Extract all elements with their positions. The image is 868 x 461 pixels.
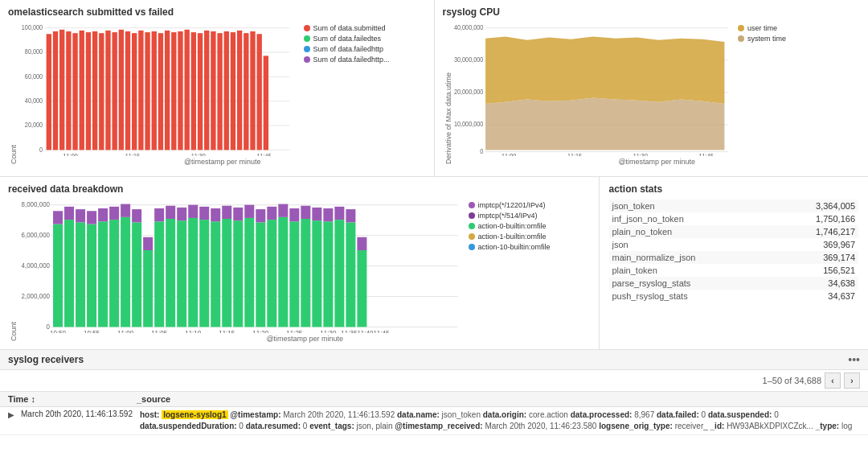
svg-text:2,000,000: 2,000,000	[21, 291, 50, 299]
stats-name: plain_no_token	[609, 225, 775, 238]
submitted-failed-chart-legend: 100,000 80,000 60,000 40,000 20,000 0	[19, 21, 426, 156]
submitted-failed-svg: 100,000 80,000 60,000 40,000 20,000 0	[19, 21, 297, 156]
svg-text:40,000: 40,000	[25, 97, 43, 105]
svg-rect-44	[256, 34, 261, 150]
svg-text:40,000,000: 40,000,000	[454, 23, 484, 31]
legend-item: Sum of data.failedhttp...	[304, 56, 426, 64]
pagination-next-button[interactable]: ›	[844, 373, 860, 389]
svg-rect-32	[178, 31, 182, 150]
svg-rect-40	[231, 32, 235, 150]
pagination-text: 1–50 of 34,688	[763, 376, 821, 385]
host-value: logsene-syslog1	[162, 410, 227, 419]
stats-value: 369,174	[774, 251, 858, 264]
rsyslog-cpu-chart-legend: 40,000,000 30,000,000 20,000,000 10,000,…	[454, 21, 861, 156]
bottom-row: syslog receivers ••• 1–50 of 34,688 ‹ › …	[0, 350, 868, 461]
svg-rect-80	[76, 222, 85, 327]
svg-text:4,000,000: 4,000,000	[21, 261, 50, 269]
svg-rect-88	[121, 217, 130, 327]
legend-item-imptcp12201: imptcp(*/12201/IPv4)	[469, 201, 591, 209]
svg-rect-120	[301, 219, 310, 327]
svg-rect-126	[334, 220, 344, 327]
svg-rect-91	[132, 209, 141, 222]
dataorigin-value: core.action	[529, 410, 568, 419]
column-header-source: _source	[137, 394, 860, 404]
table-header: Time ↕ _source	[0, 392, 868, 407]
action-stats-table: json_token 3,364,005 inf_json_no_token 1…	[609, 200, 859, 303]
legend-dot-systemtime	[738, 35, 744, 42]
legend-item-imptcp514: imptcp(*/514/IPv4)	[469, 212, 591, 220]
svg-rect-41	[237, 31, 242, 150]
submitted-failed-title: omelasticsearch submitted vs failed	[8, 6, 426, 18]
svg-text:10:55: 10:55	[84, 329, 100, 333]
stats-row: plain_token 156,521	[609, 264, 859, 277]
type-value: log	[841, 422, 852, 430]
submitted-failed-y-label: Count	[8, 21, 19, 166]
svg-text:100,000: 100,000	[22, 23, 43, 31]
svg-text:11:05: 11:05	[151, 329, 167, 333]
field-label-datafailed: data.failed:	[657, 410, 702, 419]
submitted-failed-x-label: @timestamp per minute	[19, 158, 426, 166]
svg-text:11:30: 11:30	[320, 329, 336, 333]
svg-marker-61	[485, 97, 724, 150]
legend-dot-failedhttp	[304, 46, 310, 52]
logseneorigtype-value: receiver_	[675, 422, 708, 430]
svg-rect-36	[204, 31, 209, 150]
svg-rect-124	[323, 221, 333, 327]
stats-name: json	[609, 238, 775, 251]
svg-rect-76	[53, 224, 63, 327]
svg-text:0: 0	[39, 146, 43, 154]
svg-rect-105	[211, 208, 220, 221]
svg-rect-109	[233, 208, 243, 220]
svg-rect-34	[191, 32, 196, 150]
stats-value: 1,746,217	[774, 225, 858, 238]
stats-name: main_normalize_json	[609, 251, 775, 264]
svg-rect-118	[289, 221, 299, 327]
breakdown-legend: imptcp(*/12201/IPv4) imptcp(*/514/IPv4) …	[462, 198, 591, 333]
submitted-failed-chart-area: Count 100,000 80,000 60,000 40,000 20,00…	[8, 21, 426, 166]
dots-menu-button[interactable]: •••	[848, 353, 860, 366]
svg-rect-15	[66, 31, 71, 150]
svg-rect-20	[99, 33, 104, 150]
svg-rect-117	[278, 204, 288, 217]
svg-text:11:15: 11:15	[125, 153, 141, 156]
stats-value: 1,750,166	[774, 212, 858, 225]
expand-row-arrow[interactable]: ▶	[8, 410, 18, 419]
svg-rect-129	[346, 209, 355, 222]
breakdown-panel: received data breakdown Count 8,000,000 …	[0, 177, 600, 349]
stats-row: json 369,967	[609, 238, 859, 251]
pagination-prev-button[interactable]: ‹	[825, 373, 841, 389]
rsyslog-cpu-svg: 40,000,000 30,000,000 20,000,000 10,000,…	[454, 21, 732, 156]
svg-rect-12	[47, 34, 51, 150]
svg-rect-90	[132, 222, 141, 327]
svg-rect-31	[171, 32, 176, 150]
svg-text:8,000,000: 8,000,000	[21, 200, 50, 208]
field-label-host: host:	[140, 410, 162, 419]
stats-row: parse_rsyslog_stats 34,638	[609, 277, 859, 290]
breakdown-x-label: @timestamp per minute	[19, 335, 591, 343]
legend-dot-failedhtt	[304, 56, 310, 63]
stats-value: 156,521	[774, 264, 858, 277]
svg-rect-39	[224, 31, 229, 150]
dataresumed-value: 0	[303, 422, 308, 430]
svg-rect-128	[346, 222, 355, 327]
svg-rect-115	[267, 207, 276, 220]
legend-item: Sum of data.submitted	[304, 24, 426, 32]
svg-rect-89	[121, 204, 130, 217]
svg-rect-95	[154, 208, 164, 221]
rsyslog-cpu-y-label: Derivative of Max data.utime	[443, 21, 454, 166]
field-label-id: _id:	[710, 422, 727, 430]
legend-item-usertime: user time	[738, 24, 860, 32]
legend-dot-submitted	[304, 25, 310, 31]
rsyslog-cpu-legend: user time system time	[731, 21, 860, 156]
legend-dot-usertime	[738, 25, 744, 31]
svg-rect-21	[105, 31, 110, 150]
svg-rect-87	[109, 207, 119, 220]
svg-rect-78	[64, 220, 74, 327]
svg-text:10,000,000: 10,000,000	[454, 121, 484, 129]
legend-dot-action1	[469, 233, 475, 240]
svg-rect-86	[109, 220, 119, 327]
svg-text:20,000: 20,000	[25, 121, 43, 130]
stats-row: inf_json_no_token 1,750,166	[609, 212, 859, 225]
svg-text:11:45: 11:45	[256, 153, 272, 156]
svg-rect-94	[154, 221, 164, 327]
